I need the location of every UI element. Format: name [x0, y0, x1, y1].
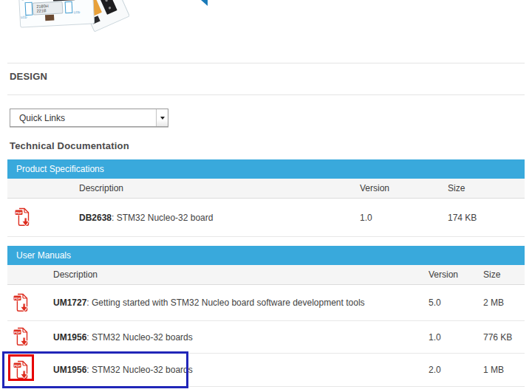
document-description: : Getting started with STM32 Nucleo boar…	[86, 298, 364, 308]
nucleo-boards-photo: 2180H 221B LCD LCD	[11, 0, 129, 34]
column-header-version: Version	[429, 269, 483, 280]
column-header-version: Version	[360, 183, 448, 193]
technical-documentation-title: Technical Documentation	[10, 140, 129, 151]
document-link[interactable]: UM1956: STM32 Nucleo-32 boards	[53, 365, 429, 375]
design-section-title: DESIGN	[10, 71, 47, 82]
document-version: 5.0	[429, 298, 483, 308]
document-link[interactable]: UM1956: STM32 Nucleo-32 boards	[53, 332, 429, 343]
svg-text:PDF: PDF	[16, 211, 22, 215]
document-link[interactable]: DB2638: STM32 Nucleo-32 board	[79, 213, 360, 223]
pdf-download-icon[interactable]: PDF	[7, 360, 30, 380]
table-row[interactable]: PDF UM1956: STM32 Nucleo-32 boards 1.0 7…	[7, 321, 525, 354]
document-code: UM1956	[53, 332, 86, 343]
document-size: 1 MB	[483, 365, 525, 375]
document-description: : STM32 Nucleo-32 boards	[86, 365, 192, 375]
photo-label: LCD	[74, 10, 81, 14]
divider	[7, 94, 525, 95]
column-header-description: Description	[53, 269, 429, 280]
product-image[interactable]: 2180H 221B LCD LCD	[11, 0, 129, 34]
document-version: 2.0	[429, 365, 483, 375]
table-header-row: Description Version Size	[7, 179, 525, 199]
quick-links-selected-value: Quick Links	[10, 113, 156, 123]
quick-links-select[interactable]: Quick Links	[10, 109, 168, 127]
pdf-download-icon[interactable]: PDF	[7, 207, 31, 227]
product-page: 2180H 221B LCD LCD DESIGN Quick Links Te…	[0, 0, 532, 392]
pdf-download-icon[interactable]: PDF	[7, 293, 30, 313]
document-code: UM1956	[53, 365, 86, 375]
document-size: 174 KB	[448, 213, 525, 223]
svg-text:PDF: PDF	[14, 363, 21, 367]
table-row[interactable]: PDF UM1956: STM32 Nucleo-32 boards 2.0 1…	[7, 354, 525, 387]
table-title-bar: User Manuals	[7, 246, 525, 265]
document-code: UM1727	[53, 298, 86, 308]
pdf-download-icon[interactable]: PDF	[7, 327, 30, 347]
document-link[interactable]: UM1727: Getting started with STM32 Nucle…	[53, 298, 429, 308]
photo-label: LCD	[21, 16, 27, 19]
svg-text:PDF: PDF	[14, 296, 21, 300]
divider	[7, 63, 525, 63]
document-description: : STM32 Nucleo-32 boards	[86, 332, 192, 343]
document-version: 1.0	[360, 213, 448, 223]
document-size: 2 MB	[483, 298, 525, 308]
photo-label: 221B	[37, 8, 47, 13]
column-header-description: Description	[79, 183, 360, 193]
user-manuals-table: User Manuals Description Version Size PD…	[7, 246, 525, 387]
column-header-size: Size	[448, 183, 525, 193]
document-version: 1.0	[429, 332, 483, 343]
product-specifications-table: Product Specifications Description Versi…	[7, 159, 525, 237]
table-row[interactable]: PDF DB2638: STM32 Nucleo-32 board 1.0 17…	[7, 199, 525, 237]
document-description: : STM32 Nucleo-32 board	[112, 213, 213, 223]
svg-text:PDF: PDF	[14, 331, 21, 334]
chevron-down-icon[interactable]	[156, 109, 168, 126]
table-header-row: Description Version Size	[7, 265, 525, 285]
document-code: DB2638	[79, 213, 112, 223]
blue-arrow-fragment	[201, 0, 208, 6]
table-title-bar: Product Specifications	[7, 159, 525, 179]
document-size: 776 KB	[483, 332, 525, 343]
column-header-size: Size	[483, 269, 525, 280]
table-row[interactable]: PDF UM1727: Getting started with STM32 N…	[7, 285, 525, 321]
